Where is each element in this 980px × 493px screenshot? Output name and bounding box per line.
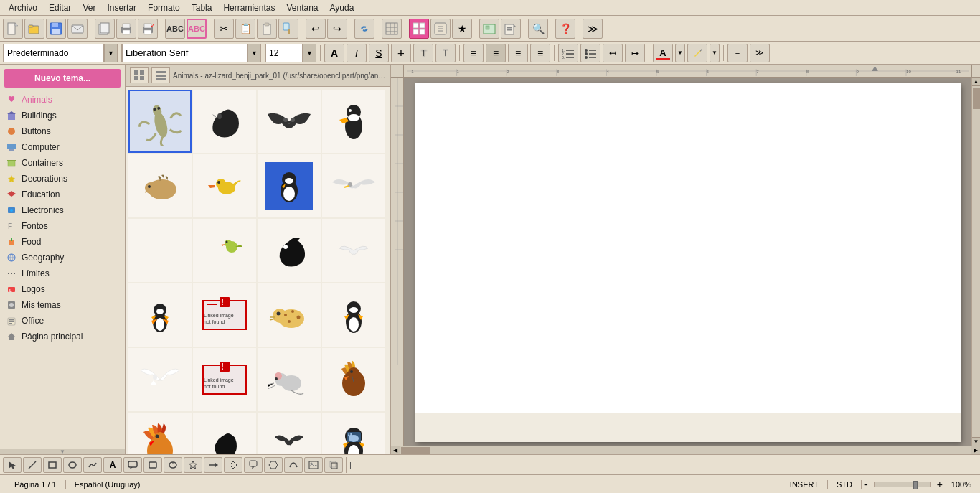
gallery-item-lizard[interactable] (128, 90, 192, 153)
gallery-item-error2[interactable]: !Linked imagenot found (193, 348, 256, 411)
tb2-character[interactable]: ≡ (727, 44, 748, 62)
tb2-decrease-indent[interactable]: ↤ (603, 44, 623, 62)
tb2-outline[interactable]: T (435, 44, 456, 62)
draw-rect[interactable] (43, 457, 62, 473)
font-combo-arrow[interactable]: ▼ (248, 44, 260, 62)
gallery-item-smallbird[interactable] (193, 219, 256, 282)
tb-print[interactable] (116, 19, 136, 39)
tb2-justify[interactable]: ≡ (530, 44, 550, 62)
menu-formato[interactable]: Formato (142, 1, 186, 14)
tb-table[interactable] (382, 19, 402, 39)
draw-flowchart[interactable] (224, 457, 242, 473)
tb-frame[interactable] (479, 19, 499, 39)
draw-oval[interactable] (164, 457, 182, 473)
zoom-decrease[interactable]: - (862, 479, 871, 490)
tb-hyperlink[interactable] (354, 19, 374, 39)
tb-format-paint[interactable] (278, 19, 298, 39)
tb2-shadow[interactable]: T (413, 44, 433, 62)
sidebar-item-education[interactable]: Education (0, 187, 125, 202)
tb2-font-color-arrow[interactable]: ▼ (675, 44, 685, 62)
vscroll-up[interactable]: ▲ (972, 78, 981, 86)
size-combo[interactable]: 12 (265, 44, 303, 62)
hscroll-left[interactable]: ◀ (391, 446, 400, 455)
font-combo[interactable]: Liberation Serif (122, 44, 248, 62)
tb2-highlight-arrow[interactable]: ▼ (710, 44, 720, 62)
zoom-increase[interactable]: + (934, 479, 946, 490)
gallery-item-error1[interactable]: !Linked imagenot found (193, 283, 256, 347)
gallery-item-turkey2[interactable] (128, 413, 192, 454)
gallery-item-bat[interactable] (258, 90, 321, 153)
tb2-bold[interactable]: A (324, 44, 344, 62)
gallery-item-seagull[interactable] (322, 154, 385, 217)
sidebar-item-buildings[interactable]: Buildings (0, 108, 125, 123)
sidebar-item-limites[interactable]: Límites (0, 266, 125, 281)
tb-print-preview[interactable] (95, 19, 115, 39)
gallery-item-dove[interactable] (128, 348, 192, 411)
gallery-item-empty1[interactable] (128, 219, 192, 282)
gallery-item-crow[interactable] (258, 219, 321, 282)
menu-ayuda[interactable]: Ayuda (324, 1, 360, 14)
tb-save[interactable] (46, 19, 66, 39)
gallery-item-whitebird[interactable] (322, 219, 385, 282)
document-scroll-area[interactable] (404, 78, 971, 446)
tb-undo[interactable]: ↩ (306, 19, 326, 39)
sidebar-item-geography[interactable]: Geography (0, 250, 125, 266)
draw-image[interactable] (304, 457, 323, 473)
gallery-item-penguin-comp[interactable] (322, 413, 385, 454)
hscroll-thumb[interactable] (401, 447, 430, 454)
draw-callout2[interactable] (244, 457, 263, 473)
tb-help[interactable]: ❓ (555, 19, 575, 39)
style-combo[interactable]: Predeterminado (4, 44, 104, 62)
style-combo-arrow[interactable]: ▼ (104, 44, 117, 62)
draw-select[interactable] (3, 457, 22, 473)
tb2-font-color[interactable]: A (653, 44, 673, 62)
sidebar-item-office[interactable]: Office (0, 313, 125, 329)
gallery-item-penguin2[interactable] (322, 283, 385, 347)
menu-ventana[interactable]: Ventana (281, 1, 324, 14)
new-theme-button[interactable]: Nuevo tema... (4, 69, 121, 88)
draw-line[interactable] (23, 457, 42, 473)
tb2-italic[interactable]: I (347, 44, 367, 62)
draw-ellipse[interactable] (63, 457, 82, 473)
sidebar-item-containers[interactable]: Containers (0, 155, 125, 171)
tb-copy[interactable]: 📋 (235, 19, 255, 39)
tb-cut[interactable]: ✂ (214, 19, 234, 39)
menu-insertar[interactable]: Insertar (101, 1, 142, 14)
tb-navigator[interactable] (430, 19, 451, 39)
gallery-item-leopard[interactable] (258, 283, 321, 347)
tb2-underline[interactable]: S (369, 44, 389, 62)
tb-paste[interactable] (257, 19, 277, 39)
gallery-item-blackbird2[interactable] (193, 413, 256, 454)
vscroll-down[interactable]: ▼ (972, 437, 981, 446)
menu-ver[interactable]: Ver (77, 1, 101, 14)
tb2-highlight[interactable] (687, 44, 707, 62)
sidebar-item-decorations[interactable]: Decorations (0, 171, 125, 187)
draw-freeform[interactable] (83, 457, 102, 473)
menu-archivo[interactable]: Archivo (3, 1, 43, 14)
gallery-view-list[interactable] (151, 67, 170, 83)
tb-new[interactable] (3, 19, 23, 39)
menu-tabla[interactable]: Tabla (186, 1, 218, 14)
gallery-item-penguin-small[interactable] (128, 283, 192, 347)
sidebar-item-electronics[interactable]: Electronics (0, 202, 125, 218)
tb2-align-left[interactable]: ≡ (463, 44, 484, 62)
sidebar-item-computer[interactable]: Computer (0, 139, 125, 155)
gallery-item-blackbird[interactable] (193, 90, 256, 153)
sidebar-item-mistemas[interactable]: Mis temas (0, 297, 125, 313)
gallery-item-puffin[interactable] (322, 90, 385, 153)
tb-find[interactable]: 🔍 (528, 19, 548, 39)
draw-callout[interactable] (123, 457, 142, 473)
tb-email[interactable] (67, 19, 88, 39)
tb-gallery[interactable] (409, 19, 429, 39)
sidebar-item-animals[interactable]: Animals (0, 92, 125, 108)
tb2-increase-indent[interactable]: ↦ (625, 44, 645, 62)
gallery-item-bird-sil[interactable] (258, 413, 321, 454)
tb-star[interactable]: ★ (452, 19, 472, 39)
draw-polygon[interactable] (264, 457, 283, 473)
sidebar-item-paginaprincipal[interactable]: Página principal (0, 329, 125, 344)
sidebar-item-food[interactable]: Food (0, 234, 125, 250)
tb2-strikethrough[interactable]: T̶ (391, 44, 411, 62)
gallery-item-turkey[interactable] (322, 348, 385, 411)
vscroll-thumb[interactable] (973, 88, 980, 109)
tb2-bullets[interactable] (580, 44, 600, 62)
